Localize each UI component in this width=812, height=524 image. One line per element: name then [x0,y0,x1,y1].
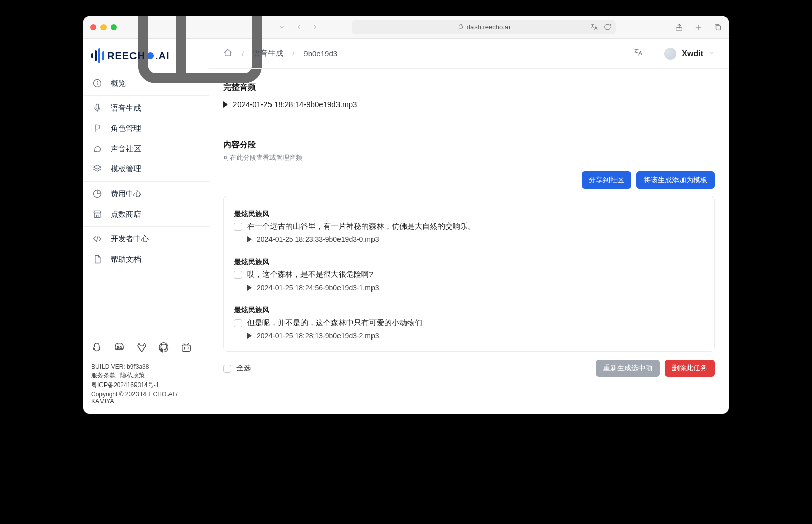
back-button[interactable] [295,22,302,32]
sidebar-item-role-manage[interactable]: 角色管理 [83,118,209,138]
home-icon[interactable] [223,48,232,59]
svg-rect-14 [182,345,191,351]
breadcrumb-task-id[interactable]: 9b0e19d3 [303,49,337,58]
logo-text: REECH .AI [107,50,170,62]
play-button[interactable] [247,333,252,339]
select-all[interactable]: 全选 [223,364,251,373]
sidebar-item-voice-community[interactable]: 声音社区 [83,138,209,159]
kamiya-link[interactable]: KAMIYA [91,398,114,405]
titlebar-right [675,22,722,32]
sidebar-item-label: 帮助文档 [111,255,141,264]
lock-icon [458,23,464,31]
share-icon[interactable] [675,22,683,32]
svg-marker-11 [94,165,101,169]
full-audio-row: 2024-01-25 18:28:14-9b0e19d3.mp3 [223,100,715,109]
segment-item: 最炫民族风 在一个远古的山谷里，有一片神秘的森林，仿佛是大自然的交响乐。 202… [234,203,704,252]
segment-item: 最炫民族风 但是呢，并不是的，这个森林中只有可爱的小动物们 2024-01-25… [234,300,704,348]
add-as-template-button[interactable]: 将该生成添加为模板 [636,171,715,189]
close-window-button[interactable] [90,24,96,30]
reload-icon[interactable] [603,22,612,32]
role-icon [92,123,103,133]
translate-icon[interactable] [590,22,598,32]
app: REECH .AI 概览 语音生成 角色管理 [83,39,729,414]
code-icon [92,234,103,244]
sidebar-item-label: 角色管理 [111,124,141,133]
bilibili-icon[interactable] [181,342,192,353]
gitlab-icon[interactable] [136,342,147,353]
chat-icon [92,144,103,154]
github-icon[interactable] [158,342,170,353]
bottom-action-row: 全选 重新生成选中项 删除此任务 [223,360,715,377]
privacy-link[interactable]: 隐私政策 [120,372,145,379]
logo-mark [91,47,104,65]
segment-text: 哎，这个森林，是不是很大很危险啊? [247,270,379,280]
segment-role: 最炫民族风 [234,258,704,267]
topbar: / 语音生成 / 9b0e19d3 Xwdit [209,39,729,69]
segment-checkbox[interactable] [234,223,242,231]
sidebar-item-label: 开发者中心 [111,234,149,244]
titlebar: dash.reecho.ai [83,16,729,39]
logo-dot [147,52,154,59]
segment-filename: 2024-01-25 18:28:13-9b0e19d3-2.mp3 [257,332,379,340]
breadcrumb-separator: / [242,49,244,58]
segment-item: 最炫民族风 哎，这个森林，是不是很大很危险啊? 2024-01-25 18:24… [234,252,704,300]
chevron-down-icon[interactable] [279,24,285,30]
minimize-window-button[interactable] [100,24,107,30]
user-menu[interactable]: Xwdit [664,48,715,60]
topbar-divider [654,48,654,60]
segments-card: 最炫民族风 在一个远古的山谷里，有一片神秘的森林，仿佛是大自然的交响乐。 202… [223,196,715,352]
language-icon[interactable] [633,47,644,60]
sidebar-item-label: 语音生成 [111,103,141,113]
new-tab-icon[interactable] [694,22,702,32]
sidebar-item-help-docs[interactable]: 帮助文档 [83,249,209,269]
sidebar-item-template-manage[interactable]: 模板管理 [83,159,209,179]
breadcrumb: / 语音生成 / 9b0e19d3 [223,48,337,59]
select-all-label: 全选 [236,364,251,373]
maximize-window-button[interactable] [111,24,117,30]
file-icon [92,254,103,264]
browser-window: dash.reecho.ai [83,16,729,414]
breadcrumb-separator: / [292,49,294,58]
svg-line-13 [96,236,98,242]
microphone-icon [92,103,103,113]
share-to-community-button[interactable]: 分享到社区 [582,171,631,189]
segment-checkbox[interactable] [234,319,242,327]
play-button[interactable] [247,285,252,291]
qq-icon[interactable] [91,342,103,353]
segment-filename: 2024-01-25 18:24:56-9b0e19d3-1.mp3 [257,284,379,292]
logo-text-suffix: .AI [155,50,170,62]
segment-checkbox[interactable] [234,271,242,279]
select-all-checkbox[interactable] [223,365,231,373]
segments-action-row: 分享到社区 将该生成添加为模板 [223,171,715,189]
play-button[interactable] [223,101,228,108]
url-bar[interactable]: dash.reecho.ai [352,20,616,34]
breadcrumb-voice-gen[interactable]: 语音生成 [253,49,283,58]
delete-task-button[interactable]: 删除此任务 [665,360,715,377]
sidebar-item-overview[interactable]: 概览 [83,73,209,93]
forward-button[interactable] [312,22,319,32]
info-icon [92,78,103,88]
sidebar-item-billing[interactable]: 费用中心 [83,181,209,204]
svg-rect-10 [96,104,99,109]
tabs-icon[interactable] [714,22,722,32]
logo[interactable]: REECH .AI [83,43,209,71]
segment-text: 但是呢，并不是的，这个森林中只有可爱的小动物们 [247,318,422,328]
icp-link[interactable]: 粤ICP备2024169314号-1 [91,381,159,389]
sidebar-item-store[interactable]: 点数商店 [83,204,209,224]
full-audio-title: 完整音频 [223,82,715,93]
sidebar-item-label: 声音社区 [111,144,141,154]
sidebar-item-developer[interactable]: 开发者中心 [83,226,209,249]
play-button[interactable] [247,236,252,242]
segments-title: 内容分段 [223,139,715,150]
segment-filename: 2024-01-25 18:23:33-9b0e19d3-0.mp3 [257,235,379,243]
regenerate-selected-button[interactable]: 重新生成选中项 [596,360,660,377]
discord-icon[interactable] [114,342,125,353]
sidebar-item-label: 模板管理 [111,164,141,174]
sidebar-footer: BUILD VER: b9f3a38 服务条款 隐私政策 粤ICP备202416… [83,335,209,408]
main: / 语音生成 / 9b0e19d3 Xwdit [209,39,729,414]
sidebar-menu: 概览 语音生成 角色管理 声音社区 模板管理 [83,71,209,271]
tos-link[interactable]: 服务条款 [91,372,116,379]
sidebar: REECH .AI 概览 语音生成 角色管理 [83,39,209,414]
social-links [91,339,200,362]
sidebar-item-voice-gen[interactable]: 语音生成 [83,95,209,118]
